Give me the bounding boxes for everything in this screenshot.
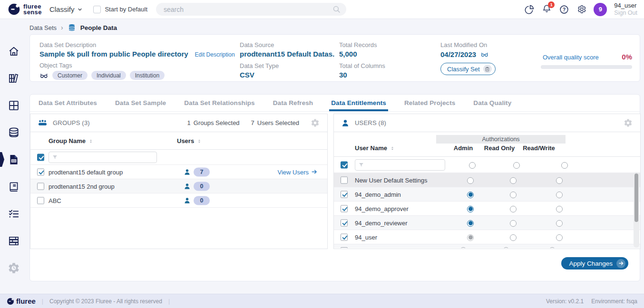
read-only-radio[interactable] — [510, 220, 517, 227]
notifications-button[interactable]: 1 — [542, 4, 552, 15]
admin-radio[interactable] — [467, 234, 474, 241]
object-tag-chip: Individual — [91, 71, 126, 80]
admin-radio[interactable] — [467, 220, 474, 227]
group-row-checkbox[interactable] — [37, 197, 44, 204]
read-only-radio[interactable] — [503, 247, 509, 248]
object-tags: CustomerIndividualInstitution — [39, 71, 235, 80]
user-row-checkbox[interactable] — [341, 205, 348, 212]
entitlements-card: Data Set AttributesData Set SampleData S… — [29, 94, 640, 281]
sidebar-item-history-gear[interactable] — [0, 261, 28, 274]
user-row-partial — [334, 244, 640, 248]
users-filter-input[interactable] — [355, 159, 445, 171]
read-only-radio[interactable] — [510, 206, 517, 212]
user-row-checkbox[interactable] — [341, 219, 348, 226]
sidebar-item-home[interactable] — [0, 45, 28, 58]
user-row-checkbox[interactable] — [341, 176, 348, 183]
read-only-radio[interactable] — [510, 234, 517, 241]
module-selector[interactable]: Classify — [49, 5, 83, 13]
gear-icon[interactable] — [576, 4, 586, 14]
view-users-label: View Users — [277, 168, 309, 175]
sort-icon[interactable] — [390, 145, 395, 151]
sort-icon[interactable] — [88, 138, 93, 144]
read-write-radio[interactable] — [556, 234, 563, 241]
sidebar-item-book[interactable] — [0, 180, 28, 193]
data-set-type-label: Data Set Type — [240, 62, 335, 69]
user-name: 94_user — [355, 233, 377, 241]
divider: | — [42, 298, 43, 305]
read-write-radio[interactable] — [556, 192, 563, 198]
sidebar-item-datasets[interactable] — [0, 153, 28, 166]
tab-data-refresh[interactable]: Data Refresh — [273, 95, 313, 111]
history-gear-icon — [8, 262, 20, 274]
filter-read-write-radio[interactable] — [561, 162, 568, 169]
sidebar-item-database[interactable] — [0, 126, 28, 139]
total-records-value: 5,000 — [339, 50, 385, 58]
users-selected-count: 7 — [251, 119, 254, 126]
avatar[interactable]: 9 — [594, 3, 607, 16]
groups-filter-input[interactable] — [49, 152, 157, 163]
tab-data-quality[interactable]: Data Quality — [473, 95, 511, 111]
tab-data-set-attributes[interactable]: Data Set Attributes — [39, 95, 97, 111]
footer-version: Version: v0.2.1 — [546, 298, 584, 305]
edit-description-link[interactable]: Edit Description — [195, 51, 235, 58]
admin-radio[interactable] — [460, 247, 467, 248]
read-only-radio[interactable] — [510, 177, 517, 184]
breadcrumb-data-sets[interactable]: Data Sets — [29, 24, 57, 31]
users-scrollbar-thumb[interactable] — [634, 173, 638, 222]
group-row-checkbox[interactable] — [37, 168, 44, 175]
read-write-column-header: Read/Write — [523, 144, 555, 152]
apply-changes-button[interactable]: Apply Changes — [561, 257, 628, 270]
group-name: prodtenant15 default group — [49, 168, 123, 175]
tab-data-set-relationships[interactable]: Data Set Relationships — [184, 95, 255, 111]
read-write-radio[interactable] — [556, 177, 563, 184]
admin-radio[interactable] — [467, 192, 474, 198]
fluree-logo-icon — [7, 298, 14, 305]
tab-related-projects[interactable]: Related Projects — [404, 95, 455, 111]
sidebar-item-library[interactable] — [0, 72, 28, 85]
user-row-checkbox[interactable] — [341, 191, 348, 198]
admin-radio[interactable] — [467, 206, 474, 212]
start-by-default-checkbox[interactable] — [93, 6, 101, 13]
user-name: 94_demo_admin — [355, 191, 401, 198]
admin-radio[interactable] — [467, 177, 474, 184]
brand-word-bottom: sense — [23, 10, 42, 15]
rows-icon — [8, 235, 20, 247]
search-bar — [156, 3, 346, 16]
read-write-radio[interactable] — [556, 206, 563, 212]
groups-settings-gear-icon[interactable] — [311, 118, 320, 127]
user-count-badge: 0 — [194, 182, 210, 191]
module-label: Classify — [49, 5, 75, 13]
user-row-checkbox[interactable] — [341, 247, 348, 248]
search-input[interactable] — [164, 6, 332, 13]
pie-chart-icon[interactable] — [524, 4, 535, 15]
sidebar — [0, 19, 28, 294]
read-only-radio[interactable] — [510, 192, 517, 198]
brand-logo[interactable]: fluree sense — [8, 3, 42, 16]
tab-data-entitlements[interactable]: Data Entitlements — [331, 95, 386, 111]
help-icon[interactable]: ? — [559, 4, 569, 15]
total-records-label: Total Records — [339, 41, 385, 48]
view-users-link[interactable]: View Users — [277, 168, 318, 175]
sort-icon[interactable] — [197, 138, 202, 144]
tab-data-set-sample[interactable]: Data Set Sample — [115, 95, 166, 111]
users-select-all-checkbox[interactable] — [341, 161, 348, 168]
sidebar-item-checklist[interactable] — [0, 207, 28, 220]
users-settings-gear-icon[interactable] — [624, 118, 633, 127]
arrow-right-icon — [616, 259, 625, 268]
database-icon — [68, 23, 76, 32]
sign-out-link[interactable]: Sign Out — [614, 10, 637, 16]
sidebar-item-rows[interactable] — [0, 234, 28, 247]
user-name: 94_demo_reviewer — [355, 219, 408, 226]
sidebar-item-grid[interactable] — [0, 99, 28, 112]
filter-read-only-radio[interactable] — [513, 162, 520, 169]
read-write-radio[interactable] — [556, 220, 563, 227]
groups-panel: GROUPS (3) 1 Groups Selected 7 Users Sel… — [30, 114, 328, 249]
filter-admin-radio[interactable] — [469, 162, 476, 169]
groups-select-all-checkbox[interactable] — [37, 154, 44, 161]
glasses-icon[interactable] — [480, 50, 489, 58]
user-row-checkbox[interactable] — [341, 233, 348, 241]
classify-set-button[interactable]: Classify Set — [440, 63, 496, 75]
user-group-icon — [37, 117, 48, 128]
group-row-checkbox[interactable] — [37, 183, 44, 190]
read-write-radio[interactable] — [549, 247, 556, 248]
